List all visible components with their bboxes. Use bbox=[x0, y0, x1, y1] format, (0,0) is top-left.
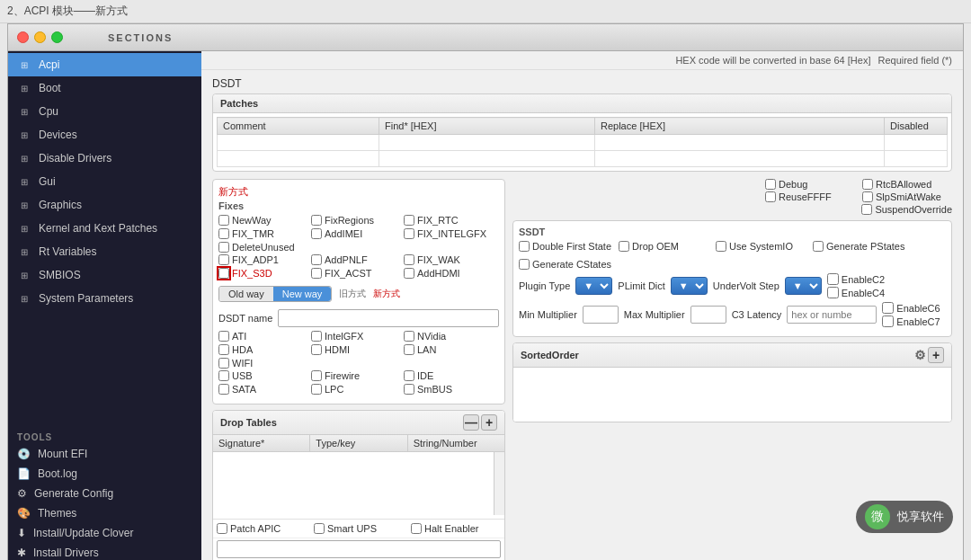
grid-icon: ⊞ bbox=[17, 128, 31, 142]
minimize-button[interactable] bbox=[34, 31, 46, 43]
checkbox-enablec6[interactable]: EnableC6 bbox=[882, 302, 940, 314]
sidebar-item-generate-config[interactable]: ⚙ Generate Config bbox=[8, 484, 201, 503]
c3-latency-label: C3 Latency bbox=[732, 309, 782, 320]
right-checkboxes: Debug RtcBAllowed ReuseFFFF SlpSmiAtWake… bbox=[512, 179, 952, 215]
new-way-button[interactable]: New way bbox=[273, 287, 332, 301]
old-way-button[interactable]: Old way bbox=[219, 287, 273, 301]
checkbox-firewire[interactable]: Firewire bbox=[311, 370, 401, 381]
checkbox-nvidia[interactable]: NVidia bbox=[404, 331, 494, 342]
tool-label: Boot.log bbox=[38, 467, 77, 480]
disk-icon: 💿 bbox=[17, 448, 31, 460]
checkbox-enablec2[interactable]: EnableC2 bbox=[827, 273, 885, 285]
checkbox-debug[interactable]: Debug bbox=[765, 179, 855, 190]
grid-icon: ⊞ bbox=[17, 244, 31, 259]
sidebar-item-mount-efi[interactable]: 💿 Mount EFI bbox=[8, 444, 201, 464]
fixes-section: 新方式 Fixes NewWay FixRegions FIX_RTC FIX_… bbox=[212, 179, 505, 404]
drop-tables-panel: Drop Tables — + Signature* Type/key bbox=[212, 410, 505, 560]
checkbox-fix-acst[interactable]: FIX_ACST bbox=[311, 268, 401, 279]
sorted-body bbox=[513, 368, 951, 422]
sidebar-item-kernel[interactable]: ⊞ Kernel and Kext Patches bbox=[8, 217, 201, 240]
checkbox-ide[interactable]: IDE bbox=[404, 370, 494, 381]
drop-minus-button[interactable]: — bbox=[463, 414, 479, 431]
sidebar-item-rt-variables[interactable]: ⊞ Rt Variables bbox=[8, 240, 201, 263]
ssdt-title: SSDT bbox=[519, 227, 946, 237]
checkbox-slpsmiatwake[interactable]: SlpSmiAtWake bbox=[862, 191, 952, 202]
checkbox-rtcballowed[interactable]: RtcBAllowed bbox=[862, 179, 952, 190]
sidebar-item-devices[interactable]: ⊞ Devices bbox=[8, 123, 201, 147]
sidebar-item-disable-drivers[interactable]: ⊞ Disable Drivers bbox=[8, 147, 201, 170]
sidebar-item-bootlog[interactable]: 📄 Boot.log bbox=[8, 464, 201, 484]
checkbox-ati[interactable]: ATI bbox=[218, 331, 308, 342]
drop-plus-button[interactable]: + bbox=[481, 414, 497, 431]
checkbox-fixregions[interactable]: FixRegions bbox=[311, 215, 401, 226]
checkbox-halt-enabler[interactable]: Halt Enabler bbox=[411, 523, 501, 534]
drop-tables-header: Drop Tables — + bbox=[213, 411, 504, 435]
checkbox-smart-ups[interactable]: Smart UPS bbox=[314, 523, 404, 534]
plugin-type-select[interactable]: ▼ bbox=[575, 277, 612, 295]
sidebar-item-smbios[interactable]: ⊞ SMBIOS bbox=[8, 263, 201, 287]
plimit-dict-select[interactable]: ▼ bbox=[671, 277, 708, 295]
checkbox-newway[interactable]: NewWay bbox=[218, 215, 308, 226]
dsdt-name-input[interactable] bbox=[278, 309, 499, 327]
sidebar-item-install-drivers[interactable]: ✱ Install Drivers bbox=[8, 543, 201, 560]
checkbox-smbus[interactable]: SmBUS bbox=[404, 384, 494, 395]
sidebar-item-boot[interactable]: ⊞ Boot bbox=[8, 76, 201, 100]
checkbox-patch-apic[interactable]: Patch APIC bbox=[217, 523, 307, 534]
old-way-label: 旧方式 bbox=[339, 288, 366, 300]
sidebar-item-acpi[interactable]: ⊞ Acpi bbox=[8, 53, 201, 76]
checkbox-fix-s3d[interactable]: FIX_S3D bbox=[218, 268, 308, 279]
sidebar-item-label: Rt Variables bbox=[39, 245, 96, 258]
checkbox-hdmi[interactable]: HDMI bbox=[311, 344, 401, 355]
checkbox-hda[interactable]: HDA bbox=[218, 344, 308, 355]
checkbox-fix-adp1[interactable]: FIX_ADP1 bbox=[218, 254, 308, 265]
checkbox-gen-cstates[interactable]: Generate CStates bbox=[519, 259, 611, 270]
sidebar-item-gui[interactable]: ⊞ Gui bbox=[8, 170, 201, 193]
checkbox-fix-rtc[interactable]: FIX_RTC bbox=[404, 215, 494, 226]
multiplier-row: Min Multiplier Max Multiplier C3 Latency… bbox=[519, 302, 946, 327]
checkbox-addimei[interactable]: AddIMEI bbox=[311, 228, 401, 239]
patch-input[interactable] bbox=[217, 540, 501, 558]
checkbox-sata[interactable]: SATA bbox=[218, 384, 308, 395]
sorted-settings-icon[interactable]: ⚙ bbox=[914, 348, 926, 362]
checkbox-fix-wak[interactable]: FIX_WAK bbox=[404, 254, 494, 265]
checkbox-intelgfx[interactable]: IntelGFX bbox=[311, 331, 401, 342]
sidebar-item-themes[interactable]: 🎨 Themes bbox=[8, 503, 201, 523]
max-multiplier-input[interactable] bbox=[690, 306, 726, 324]
left-column: 新方式 Fixes NewWay FixRegions FIX_RTC FIX_… bbox=[212, 179, 505, 560]
max-multiplier-label: Max Multiplier bbox=[624, 309, 685, 320]
tool-label: Install Drivers bbox=[33, 547, 99, 559]
close-button[interactable] bbox=[17, 31, 29, 43]
c3-latency-input[interactable] bbox=[787, 306, 877, 324]
checkbox-fix-intelgfx[interactable]: FIX_INTELGFX bbox=[404, 228, 494, 239]
checkbox-lpc[interactable]: LPC bbox=[311, 384, 401, 395]
sidebar-item-system-parameters[interactable]: ⊞ System Parameters bbox=[8, 287, 201, 310]
checkbox-usb[interactable]: USB bbox=[218, 370, 308, 381]
top-bar: HEX code will be converted in base 64 [H… bbox=[201, 51, 963, 70]
sidebar-item-install-clover[interactable]: ⬇ Install/Update Clover bbox=[8, 523, 201, 543]
checkbox-fix-tmr[interactable]: FIX_TMR bbox=[218, 228, 308, 239]
checkbox-addhdmi[interactable]: AddHDMI bbox=[404, 268, 494, 279]
checkbox-reuseffff[interactable]: ReuseFFFF bbox=[765, 191, 855, 202]
checkbox-addpnlf[interactable]: AddPNLF bbox=[311, 254, 401, 265]
checkbox-double-first[interactable]: Double First State bbox=[519, 241, 611, 252]
checkbox-lan[interactable]: LAN bbox=[404, 344, 494, 355]
undervolt-step-select[interactable]: ▼ bbox=[785, 277, 822, 295]
drop-scrollbar[interactable] bbox=[494, 452, 504, 515]
sidebar-item-cpu[interactable]: ⊞ Cpu bbox=[8, 100, 201, 123]
checkbox-enablec7[interactable]: EnableC7 bbox=[882, 316, 940, 327]
checkbox-wifi[interactable]: WIFI bbox=[218, 358, 308, 369]
checkbox-enablec4[interactable]: EnableC4 bbox=[827, 287, 885, 298]
checkbox-gen-pstates[interactable]: Generate PStates bbox=[813, 241, 904, 252]
patches-body: Comment Find* [HEX] Replace [HEX] Disabl… bbox=[213, 113, 951, 171]
dsdt-name-label: DSDT name bbox=[218, 313, 272, 324]
maximize-button[interactable] bbox=[51, 31, 63, 43]
min-multiplier-input[interactable] bbox=[583, 306, 619, 324]
checkbox-deleteunused[interactable]: DeleteUnused bbox=[218, 242, 308, 253]
two-col-layout: 新方式 Fixes NewWay FixRegions FIX_RTC FIX_… bbox=[212, 179, 952, 560]
sidebar-item-graphics[interactable]: ⊞ Graphics bbox=[8, 193, 201, 217]
checkbox-drop-oem[interactable]: Drop OEM bbox=[619, 241, 708, 252]
logo-text: 悦享软件 bbox=[897, 509, 944, 525]
checkbox-suspendoverride[interactable]: SuspendOverride bbox=[861, 204, 952, 215]
sorted-plus-button[interactable]: + bbox=[928, 347, 944, 363]
checkbox-use-systemio[interactable]: Use SystemIO bbox=[716, 241, 806, 252]
